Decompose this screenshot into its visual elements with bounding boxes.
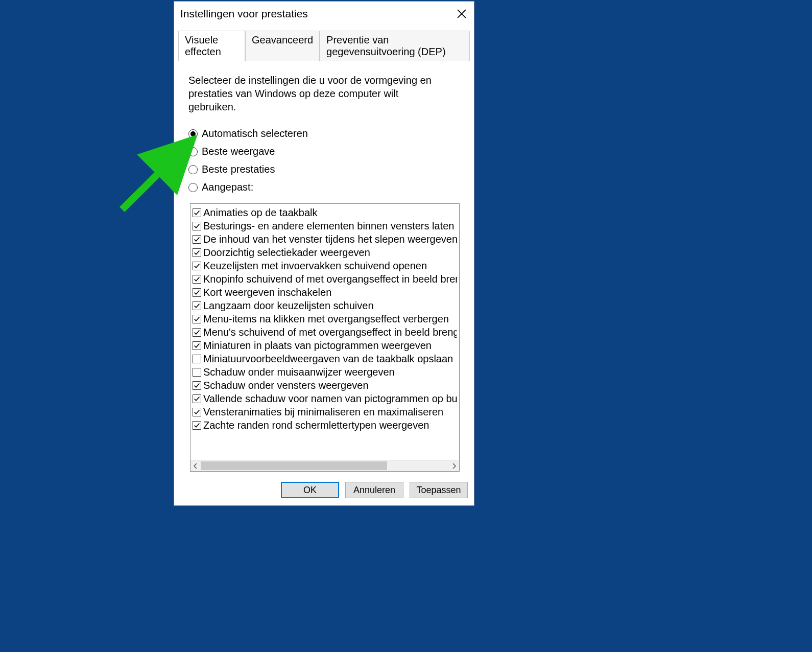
checkbox-label: Schaduw onder muisaanwijzer weergeven [203, 365, 395, 379]
checkbox-label: De inhoud van het venster tijdens het sl… [203, 232, 457, 246]
radio-icon [188, 165, 198, 174]
checkbox-item-16[interactable]: Zachte randen rond schermlettertypen wee… [193, 418, 457, 432]
checkbox-label: Doorzichtig selectiekader weergeven [203, 246, 370, 259]
radio-label: Beste weergave [202, 146, 275, 157]
checkbox-label: Vallende schaduw voor namen van pictogra… [203, 392, 457, 405]
dialog-button-row: OK Annuleren Toepassen [174, 477, 474, 505]
ok-button[interactable]: OK [281, 482, 339, 498]
effects-list-items: Animaties op de taakbalkBesturings- en a… [190, 204, 459, 460]
checkbox-icon [193, 208, 201, 217]
checkbox-label: Keuzelijsten met invoervakken schuivend … [203, 259, 427, 272]
checkbox-label: Schaduw onder vensters weergeven [203, 379, 369, 392]
scroll-right-button[interactable] [449, 460, 459, 471]
radio-option-1[interactable]: Beste weergave [188, 146, 464, 157]
checkbox-label: Miniaturen in plaats van pictogrammen we… [203, 339, 432, 352]
checkbox-icon [193, 315, 201, 323]
checkbox-item-2[interactable]: De inhoud van het venster tijdens het sl… [193, 232, 457, 246]
checkbox-icon [193, 275, 201, 284]
radio-option-0[interactable]: Automatisch selecteren [188, 128, 464, 139]
checkbox-icon [193, 394, 201, 403]
checkbox-icon [193, 355, 201, 363]
checkbox-item-3[interactable]: Doorzichtig selectiekader weergeven [193, 246, 457, 259]
checkbox-label: Langzaam door keuzelijsten schuiven [203, 299, 374, 312]
checkbox-item-9[interactable]: Menu's schuivend of met overgangseffect … [193, 325, 457, 339]
checkbox-icon [193, 368, 201, 377]
tab-content-visual-effects: Selecteer de instellingen die u voor de … [174, 61, 474, 477]
checkbox-label: Besturings- en andere elementen binnen v… [203, 219, 457, 232]
checkbox-item-4[interactable]: Keuzelijsten met invoervakken schuivend … [193, 259, 457, 272]
radio-icon [188, 147, 198, 156]
checkbox-label: Zachte randen rond schermlettertypen wee… [203, 418, 429, 432]
titlebar: Instellingen voor prestaties [174, 2, 474, 26]
dialog-title: Instellingen voor prestaties [180, 8, 449, 20]
checkbox-label: Miniatuurvoorbeeldweergaven van de taakb… [203, 352, 453, 365]
checkbox-item-13[interactable]: Schaduw onder vensters weergeven [193, 379, 457, 392]
checkbox-label: Menu-items na klikken met overgangseffec… [203, 312, 449, 325]
checkbox-label: Kort weergeven inschakelen [203, 286, 331, 299]
radio-group-appearance: Automatisch selecterenBeste weergaveBest… [188, 128, 464, 199]
radio-option-2[interactable]: Beste prestaties [188, 164, 464, 175]
checkbox-item-8[interactable]: Menu-items na klikken met overgangseffec… [193, 312, 457, 325]
tab-1[interactable]: Geavanceerd [245, 31, 320, 61]
close-icon [457, 9, 466, 18]
checkbox-icon [193, 235, 201, 244]
checkbox-icon [193, 341, 201, 350]
scroll-left-button[interactable] [190, 460, 201, 471]
checkbox-item-14[interactable]: Vallende schaduw voor namen van pictogra… [193, 392, 457, 405]
horizontal-scrollbar[interactable] [190, 460, 459, 471]
checkbox-icon [193, 328, 201, 337]
checkbox-icon [193, 248, 201, 257]
checkbox-item-12[interactable]: Schaduw onder muisaanwijzer weergeven [193, 365, 457, 379]
checkbox-item-5[interactable]: Knopinfo schuivend of met overgangseffec… [193, 272, 457, 286]
scroll-thumb[interactable] [201, 461, 387, 470]
checkbox-item-11[interactable]: Miniatuurvoorbeeldweergaven van de taakb… [193, 352, 457, 365]
chevron-right-icon [452, 463, 456, 469]
tab-2[interactable]: Preventie van gegevensuitvoering (DEP) [320, 31, 470, 61]
checkbox-item-6[interactable]: Kort weergeven inschakelen [193, 286, 457, 299]
checkbox-icon [193, 408, 201, 416]
radio-label: Automatisch selecteren [202, 128, 308, 139]
close-button[interactable] [449, 2, 474, 26]
checkbox-icon [193, 222, 201, 230]
tab-0[interactable]: Visuele effecten [178, 31, 245, 61]
cancel-button[interactable]: Annuleren [345, 482, 403, 498]
checkbox-icon [193, 301, 201, 310]
checkbox-label: Menu's schuivend of met overgangseffect … [203, 325, 457, 339]
tab-strip: Visuele effectenGeavanceerdPreventie van… [178, 30, 470, 61]
checkbox-icon [193, 381, 201, 390]
checkbox-item-15[interactable]: Vensteranimaties bij minimaliseren en ma… [193, 405, 457, 418]
performance-options-dialog: Instellingen voor prestaties Visuele eff… [174, 1, 474, 506]
checkbox-item-0[interactable]: Animaties op de taakbalk [193, 206, 457, 219]
apply-button[interactable]: Toepassen [410, 482, 468, 498]
checkbox-item-10[interactable]: Miniaturen in plaats van pictogrammen we… [193, 339, 457, 352]
checkbox-icon [193, 262, 201, 270]
checkbox-item-7[interactable]: Langzaam door keuzelijsten schuiven [193, 299, 457, 312]
description-text: Selecteer de instellingen die u voor de … [188, 74, 449, 113]
radio-icon [188, 129, 198, 138]
effects-listbox: Animaties op de taakbalkBesturings- en a… [190, 203, 460, 472]
radio-icon [188, 183, 198, 192]
checkbox-icon [193, 288, 201, 297]
radio-option-3[interactable]: Aangepast: [188, 181, 464, 193]
chevron-left-icon [194, 463, 198, 469]
checkbox-item-1[interactable]: Besturings- en andere elementen binnen v… [193, 219, 457, 232]
checkbox-icon [193, 421, 201, 430]
radio-label: Aangepast: [202, 181, 253, 193]
scroll-track[interactable] [201, 460, 449, 471]
checkbox-label: Knopinfo schuivend of met overgangseffec… [203, 272, 457, 286]
checkbox-label: Animaties op de taakbalk [203, 206, 317, 219]
radio-label: Beste prestaties [202, 164, 275, 175]
checkbox-label: Vensteranimaties bij minimaliseren en ma… [203, 405, 443, 418]
